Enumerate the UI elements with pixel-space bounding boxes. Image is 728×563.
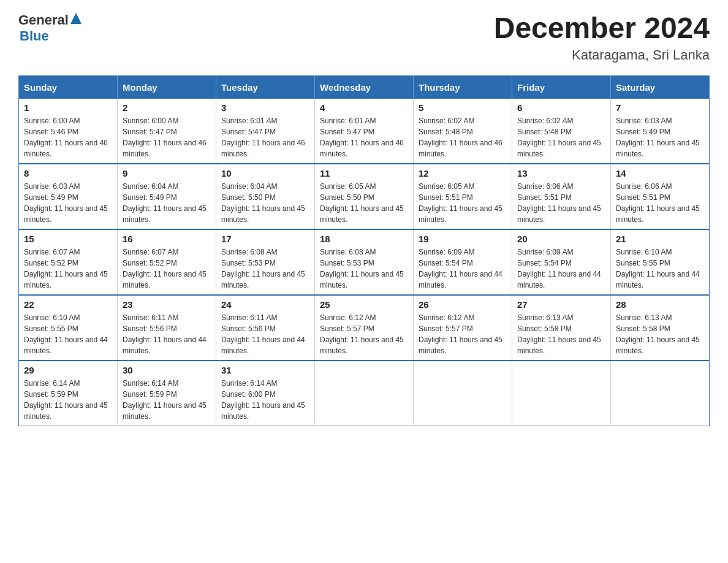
- logo-blue: Blue: [18, 28, 82, 44]
- table-row: 8Sunrise: 6:03 AMSunset: 5:49 PMDaylight…: [19, 164, 118, 229]
- day-info: Sunrise: 6:04 AMSunset: 5:49 PMDaylight:…: [123, 181, 211, 225]
- day-number: 22: [24, 299, 112, 310]
- day-number: 19: [419, 234, 507, 244]
- table-row: 27Sunrise: 6:13 AMSunset: 5:58 PMDayligh…: [512, 295, 611, 361]
- day-info: Sunrise: 6:13 AMSunset: 5:58 PMDaylight:…: [616, 312, 704, 356]
- table-row: [512, 361, 611, 426]
- day-number: 14: [616, 168, 704, 178]
- day-info: Sunrise: 6:05 AMSunset: 5:51 PMDaylight:…: [419, 181, 507, 225]
- calendar-table: Sunday Monday Tuesday Wednesday Thursday…: [18, 75, 710, 426]
- day-info: Sunrise: 6:08 AMSunset: 5:53 PMDaylight:…: [221, 247, 309, 291]
- day-number: 15: [24, 234, 112, 244]
- table-row: 28Sunrise: 6:13 AMSunset: 5:58 PMDayligh…: [611, 295, 710, 361]
- day-info: Sunrise: 6:11 AMSunset: 5:56 PMDaylight:…: [221, 312, 309, 356]
- col-wednesday: Wednesday: [315, 75, 414, 99]
- day-info: Sunrise: 6:10 AMSunset: 5:55 PMDaylight:…: [616, 247, 704, 291]
- table-row: 3Sunrise: 6:01 AMSunset: 5:47 PMDaylight…: [216, 99, 315, 164]
- day-info: Sunrise: 6:04 AMSunset: 5:50 PMDaylight:…: [221, 181, 309, 225]
- day-number: 29: [24, 365, 112, 375]
- day-info: Sunrise: 6:01 AMSunset: 5:47 PMDaylight:…: [320, 115, 408, 159]
- day-number: 4: [320, 102, 408, 113]
- table-row: 7Sunrise: 6:03 AMSunset: 5:49 PMDaylight…: [611, 99, 710, 164]
- table-row: 10Sunrise: 6:04 AMSunset: 5:50 PMDayligh…: [216, 164, 315, 229]
- day-info: Sunrise: 6:06 AMSunset: 5:51 PMDaylight:…: [517, 181, 605, 225]
- table-row: 6Sunrise: 6:02 AMSunset: 5:48 PMDaylight…: [512, 99, 611, 164]
- day-number: 11: [320, 168, 408, 178]
- title-block: December 2024 Kataragama, Sri Lanka: [494, 12, 710, 63]
- day-info: Sunrise: 6:13 AMSunset: 5:58 PMDaylight:…: [517, 312, 605, 356]
- day-info: Sunrise: 6:03 AMSunset: 5:49 PMDaylight:…: [616, 115, 704, 159]
- day-info: Sunrise: 6:07 AMSunset: 5:52 PMDaylight:…: [24, 247, 112, 291]
- day-info: Sunrise: 6:08 AMSunset: 5:53 PMDaylight:…: [320, 247, 408, 291]
- table-row: 1Sunrise: 6:00 AMSunset: 5:46 PMDaylight…: [19, 99, 118, 164]
- calendar-title: December 2024: [494, 12, 710, 45]
- day-info: Sunrise: 6:09 AMSunset: 5:54 PMDaylight:…: [517, 247, 605, 291]
- day-info: Sunrise: 6:01 AMSunset: 5:47 PMDaylight:…: [221, 115, 309, 159]
- col-monday: Monday: [118, 75, 216, 99]
- day-number: 3: [221, 102, 309, 113]
- table-row: 22Sunrise: 6:10 AMSunset: 5:55 PMDayligh…: [19, 295, 118, 361]
- table-row: 25Sunrise: 6:12 AMSunset: 5:57 PMDayligh…: [315, 295, 414, 361]
- col-thursday: Thursday: [414, 75, 512, 99]
- calendar-week-row: 29Sunrise: 6:14 AMSunset: 5:59 PMDayligh…: [19, 361, 710, 426]
- col-friday: Friday: [512, 75, 611, 99]
- day-info: Sunrise: 6:11 AMSunset: 5:56 PMDaylight:…: [123, 312, 211, 356]
- table-row: 26Sunrise: 6:12 AMSunset: 5:57 PMDayligh…: [414, 295, 512, 361]
- table-row: 21Sunrise: 6:10 AMSunset: 5:55 PMDayligh…: [611, 229, 710, 295]
- col-tuesday: Tuesday: [216, 75, 315, 99]
- col-saturday: Saturday: [611, 75, 710, 99]
- day-number: 17: [221, 234, 309, 244]
- table-row: [414, 361, 512, 426]
- table-row: 15Sunrise: 6:07 AMSunset: 5:52 PMDayligh…: [19, 229, 118, 295]
- day-info: Sunrise: 6:03 AMSunset: 5:49 PMDaylight:…: [24, 181, 112, 225]
- table-row: 31Sunrise: 6:14 AMSunset: 6:00 PMDayligh…: [216, 361, 315, 426]
- calendar-week-row: 15Sunrise: 6:07 AMSunset: 5:52 PMDayligh…: [19, 229, 710, 295]
- table-row: 24Sunrise: 6:11 AMSunset: 5:56 PMDayligh…: [216, 295, 315, 361]
- day-info: Sunrise: 6:12 AMSunset: 5:57 PMDaylight:…: [419, 312, 507, 356]
- day-info: Sunrise: 6:14 AMSunset: 5:59 PMDaylight:…: [123, 378, 211, 422]
- day-number: 2: [123, 102, 211, 113]
- day-number: 13: [517, 168, 605, 178]
- table-row: 16Sunrise: 6:07 AMSunset: 5:52 PMDayligh…: [118, 229, 216, 295]
- table-row: [315, 361, 414, 426]
- day-info: Sunrise: 6:06 AMSunset: 5:51 PMDaylight:…: [616, 181, 704, 225]
- calendar-week-row: 8Sunrise: 6:03 AMSunset: 5:49 PMDaylight…: [19, 164, 710, 229]
- table-row: 23Sunrise: 6:11 AMSunset: 5:56 PMDayligh…: [118, 295, 216, 361]
- day-number: 30: [123, 365, 211, 375]
- logo: General Blue: [18, 12, 82, 44]
- logo-triangle-icon: [70, 13, 82, 24]
- day-number: 6: [517, 102, 605, 113]
- calendar-header: Sunday Monday Tuesday Wednesday Thursday…: [19, 75, 710, 99]
- calendar-subtitle: Kataragama, Sri Lanka: [494, 47, 710, 63]
- day-info: Sunrise: 6:09 AMSunset: 5:54 PMDaylight:…: [419, 247, 507, 291]
- day-info: Sunrise: 6:00 AMSunset: 5:47 PMDaylight:…: [123, 115, 211, 159]
- day-number: 31: [221, 365, 309, 375]
- day-number: 26: [419, 299, 507, 310]
- table-row: 30Sunrise: 6:14 AMSunset: 5:59 PMDayligh…: [118, 361, 216, 426]
- header-row: Sunday Monday Tuesday Wednesday Thursday…: [19, 75, 710, 99]
- calendar-week-row: 1Sunrise: 6:00 AMSunset: 5:46 PMDaylight…: [19, 99, 710, 164]
- day-number: 16: [123, 234, 211, 244]
- day-number: 25: [320, 299, 408, 310]
- day-number: 10: [221, 168, 309, 178]
- day-number: 27: [517, 299, 605, 310]
- table-row: 29Sunrise: 6:14 AMSunset: 5:59 PMDayligh…: [19, 361, 118, 426]
- day-number: 28: [616, 299, 704, 310]
- day-number: 9: [123, 168, 211, 178]
- table-row: 11Sunrise: 6:05 AMSunset: 5:50 PMDayligh…: [315, 164, 414, 229]
- day-info: Sunrise: 6:10 AMSunset: 5:55 PMDaylight:…: [24, 312, 112, 356]
- day-info: Sunrise: 6:02 AMSunset: 5:48 PMDaylight:…: [419, 115, 507, 159]
- day-info: Sunrise: 6:02 AMSunset: 5:48 PMDaylight:…: [517, 115, 605, 159]
- table-row: 13Sunrise: 6:06 AMSunset: 5:51 PMDayligh…: [512, 164, 611, 229]
- table-row: 20Sunrise: 6:09 AMSunset: 5:54 PMDayligh…: [512, 229, 611, 295]
- day-info: Sunrise: 6:05 AMSunset: 5:50 PMDaylight:…: [320, 181, 408, 225]
- table-row: 18Sunrise: 6:08 AMSunset: 5:53 PMDayligh…: [315, 229, 414, 295]
- col-sunday: Sunday: [19, 75, 118, 99]
- logo-general: General: [18, 12, 69, 28]
- table-row: 5Sunrise: 6:02 AMSunset: 5:48 PMDaylight…: [414, 99, 512, 164]
- day-number: 20: [517, 234, 605, 244]
- day-number: 8: [24, 168, 112, 178]
- day-number: 7: [616, 102, 704, 113]
- day-info: Sunrise: 6:07 AMSunset: 5:52 PMDaylight:…: [123, 247, 211, 291]
- day-number: 1: [24, 102, 112, 113]
